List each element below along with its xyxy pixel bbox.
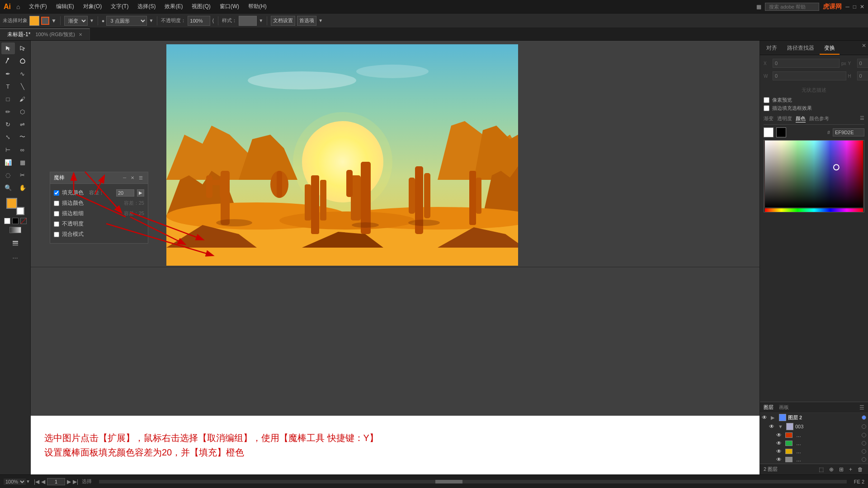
preferences-button[interactable]: 首选项 [297, 16, 316, 26]
black-swatch[interactable] [12, 218, 19, 224]
lasso-tool[interactable] [16, 55, 29, 67]
scissors-tool[interactable]: ✂ [16, 169, 29, 181]
tab-transform[interactable]: 变换 [820, 42, 840, 55]
stroke-width-checkbox[interactable] [54, 211, 59, 216]
opacity-checkbox[interactable] [54, 221, 59, 227]
menu-view[interactable]: 视图(Q) [188, 2, 214, 11]
menu-object[interactable]: 对象(O) [80, 2, 105, 11]
layer-003-expand[interactable]: ▼ [778, 424, 784, 429]
reflect-tool[interactable]: ⇌ [16, 118, 29, 130]
hand-tool[interactable]: ✋ [16, 182, 29, 193]
zoom-control[interactable]: 100% 50% 200% ▼ [4, 479, 30, 485]
layers-menu[interactable]: ☰ [859, 404, 864, 411]
panel-close-button[interactable]: ✕ [129, 175, 136, 180]
column-chart-tool[interactable]: ▦ [16, 156, 29, 168]
horizontal-scrollbar[interactable] [99, 480, 847, 483]
point-type-select[interactable]: 3 点圆形 [106, 16, 147, 26]
layer-003-eye[interactable]: 👁 [769, 423, 776, 430]
layer-new-btn[interactable]: + [848, 466, 854, 473]
window-minimize[interactable]: ─ [845, 4, 849, 10]
stroke-swatch[interactable] [16, 207, 24, 215]
hue-tab[interactable]: 渐变 [764, 115, 774, 122]
layer-2-eye[interactable]: 👁 [762, 414, 769, 421]
color-tab[interactable]: 颜色 [796, 115, 806, 122]
color-panel-menu[interactable]: ☰ [860, 115, 864, 122]
menu-select[interactable]: 选择(S) [134, 2, 159, 11]
w-input[interactable] [773, 71, 846, 80]
layer-green-eye[interactable]: 👁 [776, 440, 783, 446]
y-input[interactable] [857, 59, 868, 68]
layer-red-eye[interactable]: 👁 [776, 432, 783, 438]
line-tool[interactable]: ╲ [16, 80, 29, 92]
layers-tab-active[interactable]: 图层 [764, 404, 774, 411]
white-swatch[interactable] [4, 218, 10, 224]
menu-help[interactable]: 帮助(H) [245, 2, 270, 11]
menu-window[interactable]: 窗口(W) [216, 2, 243, 11]
search-input[interactable] [765, 3, 819, 11]
selection-tool[interactable] [1, 42, 15, 54]
blend-tool[interactable]: ∞ [16, 144, 29, 155]
fill-color-swatch[interactable] [29, 16, 39, 26]
magic-wand-tool[interactable] [1, 55, 15, 67]
h-input[interactable] [857, 71, 868, 80]
next-page-btn[interactable]: ▶ [67, 479, 71, 485]
stroke-indicator[interactable] [41, 17, 49, 25]
rotate-tool[interactable]: ↻ [1, 118, 15, 130]
opacity-stepper[interactable]: ⟨ [212, 18, 214, 24]
tab-close-button[interactable]: ✕ [79, 32, 82, 37]
transparency-tab[interactable]: 透明度 [777, 115, 792, 122]
artboards-tab[interactable]: 画板 [779, 404, 789, 411]
x-input[interactable] [773, 59, 840, 68]
gradient-swatch[interactable] [9, 227, 21, 233]
zoom-select[interactable]: 100% 50% 200% [4, 479, 26, 485]
direct-selection-tool[interactable] [16, 42, 29, 54]
menu-file[interactable]: 文件(F) [25, 2, 50, 11]
layer-gray-eye[interactable]: 👁 [776, 456, 783, 463]
fill-tolerance-input[interactable] [116, 189, 134, 197]
window-close[interactable]: ✕ [860, 4, 864, 10]
width-tool[interactable]: ⊢ [1, 144, 15, 155]
scrollbar-thumb[interactable] [435, 480, 462, 483]
page-input[interactable] [47, 478, 65, 485]
hex-color-input[interactable] [833, 128, 864, 136]
menu-edit[interactable]: 编辑(E) [52, 2, 78, 11]
pencil-tool[interactable]: ✏ [1, 106, 15, 117]
menu-effect[interactable]: 效果(E) [161, 2, 186, 11]
layer-create-sublayer-btn[interactable]: ⊞ [838, 466, 845, 473]
layers-button[interactable] [9, 238, 22, 249]
layer-2-row[interactable]: 👁 ▶ 图层 2 [760, 413, 868, 422]
layer-green-circle[interactable] [862, 441, 866, 446]
layer-yellow-circle[interactable] [862, 449, 866, 454]
none-swatch[interactable] [20, 218, 27, 224]
curvature-tool[interactable]: ∿ [16, 68, 29, 80]
layout-icon[interactable]: ▦ [756, 4, 761, 10]
tab-pathfinder[interactable]: 路径查找器 [783, 42, 819, 55]
pixel-preview-checkbox[interactable] [764, 97, 769, 103]
stroke-color-checkbox[interactable] [54, 201, 59, 206]
layer-003-circle[interactable] [862, 424, 866, 429]
menu-type[interactable]: 文字(T) [107, 2, 132, 11]
layer-003-row[interactable]: 👁 ▼ 003 [760, 422, 868, 431]
type-tool[interactable]: T [1, 80, 15, 92]
layer-gray-row[interactable]: 👁 … [760, 455, 868, 464]
layer-red-row[interactable]: 👁 … [760, 431, 868, 439]
black-color-swatch[interactable] [776, 127, 786, 137]
color-reference-tab[interactable]: 颜色参考 [809, 115, 829, 122]
chart-tool[interactable]: 📊 [1, 156, 15, 168]
warp-tool[interactable]: 〜 [16, 131, 29, 143]
rect-tool[interactable]: □ [1, 93, 15, 105]
first-page-btn[interactable]: |◀ [34, 479, 39, 485]
fill-tolerance-up[interactable]: ▶ [137, 189, 144, 197]
fill-swatch[interactable] [6, 198, 17, 209]
window-maximize[interactable]: □ [853, 4, 856, 10]
home-icon[interactable]: ⌂ [16, 3, 20, 10]
layer-make-clip-btn[interactable]: ⊕ [828, 466, 835, 473]
opacity-input[interactable] [188, 16, 210, 26]
panel-menu-button[interactable]: ☰ [137, 175, 144, 180]
prev-page-btn[interactable]: ◀ [41, 479, 45, 485]
shaper-tool[interactable]: ⬡ [16, 106, 29, 117]
layer-green-row[interactable]: 👁 … [760, 439, 868, 447]
pen-tool[interactable]: ✒ [1, 68, 15, 80]
tab-align[interactable]: 对齐 [762, 42, 782, 55]
document-tab[interactable]: 未标题-1* 100% (RGB/预览) ✕ [0, 28, 90, 40]
